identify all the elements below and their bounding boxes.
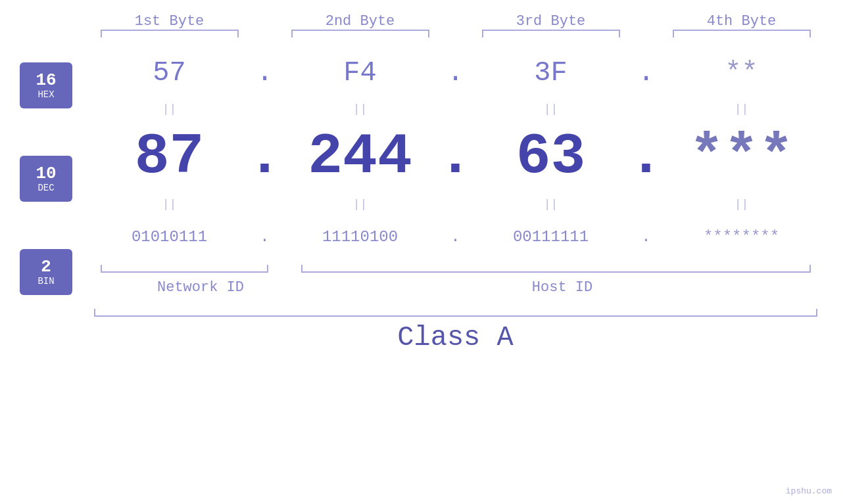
class-label: Class A (94, 322, 817, 354)
hex-val-4: ** (666, 57, 817, 89)
bin-val-1: 01010111 (94, 228, 245, 246)
hex-val-1: 57 (94, 57, 245, 89)
main-container: 1st Byte 2nd Byte 3rd Byte 4th Byte (0, 0, 845, 504)
bottom-brackets (94, 261, 817, 277)
eq-2-4: || (666, 198, 817, 211)
byte-header-3: 3rd Byte (475, 13, 627, 30)
id-labels: Network ID Host ID (94, 279, 817, 296)
dec-base-box: 10 DEC (20, 156, 72, 202)
hex-base-name: HEX (37, 89, 54, 100)
dec-val-2: 244 (285, 124, 436, 189)
eq-1-4: || (666, 103, 817, 116)
equals-row-1: || || || || (94, 97, 817, 120)
network-id-label: Network ID (94, 279, 308, 296)
bin-sep-3: . (627, 228, 666, 246)
full-bracket (94, 304, 817, 317)
hex-sep-3: . (627, 57, 666, 89)
bin-base-number: 2 (41, 258, 51, 277)
eq-1-1: || (94, 103, 245, 116)
bin-row: 01010111 . 11110100 . 00111111 . *******… (94, 216, 817, 258)
byte-header-4: 4th Byte (666, 13, 817, 30)
eq-2-2: || (285, 198, 436, 211)
top-brackets (94, 30, 817, 41)
hex-val-2: F4 (285, 57, 436, 89)
hex-sep-2: . (436, 57, 475, 89)
byte-headers: 1st Byte 2nd Byte 3rd Byte 4th Byte (94, 13, 817, 30)
hex-row: 57 . F4 . 3F . ** (94, 48, 817, 97)
dec-sep-3: . (627, 124, 666, 189)
bin-val-2: 11110100 (285, 228, 436, 246)
network-bracket (101, 261, 268, 273)
host-id-label: Host ID (308, 279, 817, 296)
dec-sep-2: . (436, 124, 475, 189)
eq-2-3: || (475, 198, 627, 211)
dec-base-name: DEC (37, 183, 54, 193)
eq-1-2: || (285, 103, 436, 116)
dec-sep-1: . (245, 124, 285, 189)
bin-val-3: 00111111 (475, 228, 627, 246)
hex-val-3: 3F (475, 57, 627, 89)
bin-val-4: ******** (666, 228, 817, 246)
base-labels: 16 HEX 10 DEC 2 BIN (20, 62, 72, 295)
dec-base-number: 10 (36, 164, 56, 183)
watermark: ipshu.com (786, 486, 832, 496)
eq-2-1: || (94, 198, 245, 211)
bin-sep-2: . (436, 228, 475, 246)
hex-sep-1: . (245, 57, 285, 89)
bin-base-name: BIN (37, 276, 54, 286)
byte-header-2: 2nd Byte (285, 13, 436, 30)
bin-sep-1: . (245, 228, 285, 246)
eq-1-3: || (475, 103, 627, 116)
equals-row-2: || || || || (94, 193, 817, 216)
hex-base-number: 16 (36, 71, 56, 90)
hex-base-box: 16 HEX (20, 62, 72, 108)
dec-val-3: 63 (475, 124, 627, 189)
byte-header-1: 1st Byte (94, 13, 245, 30)
dec-row: 87 . 244 . 63 . *** (94, 120, 817, 193)
host-bracket (301, 261, 811, 273)
dec-val-4: *** (666, 124, 817, 189)
dec-val-1: 87 (94, 124, 245, 189)
bin-base-box: 2 BIN (20, 249, 72, 295)
